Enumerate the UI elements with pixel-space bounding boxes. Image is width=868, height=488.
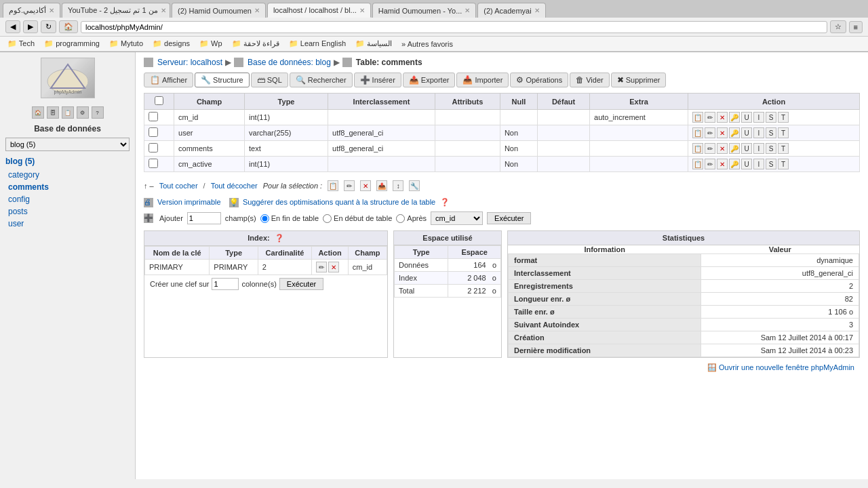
bookmark-siyasa[interactable]: 📁 السياسة: [353, 39, 394, 49]
selection-delete-icon[interactable]: ✕: [360, 180, 371, 191]
toolbar-rechercher[interactable]: 🔍 Rechercher: [290, 73, 353, 87]
fulltext-icon[interactable]: T: [778, 127, 789, 138]
toolbar-afficher[interactable]: 📋 Afficher: [144, 73, 193, 87]
sidebar-item-user[interactable]: user: [5, 218, 130, 230]
primary-icon[interactable]: 🔑: [729, 143, 740, 154]
index-icon[interactable]: I: [753, 143, 764, 154]
bookmark-programming[interactable]: 📁 programming: [42, 39, 102, 49]
toolbar-operations[interactable]: ⚙ Opérations: [510, 73, 568, 87]
browse-icon[interactable]: 📋: [692, 127, 703, 138]
home-button[interactable]: 🏠: [59, 20, 78, 33]
row-checkbox-cm_id[interactable]: [149, 112, 158, 121]
unique-icon[interactable]: U: [741, 112, 752, 123]
primary-icon[interactable]: 🔑: [729, 159, 740, 169]
bookmark-mytuto[interactable]: 📁 Mytuto: [107, 39, 145, 49]
edit-icon[interactable]: ✏: [705, 127, 715, 138]
tab-hamid1[interactable]: (2) Hamid Oumoumen ✕: [172, 3, 266, 18]
suggest-link[interactable]: Suggérer des optimisations quant à la st…: [243, 198, 435, 206]
edit-icon[interactable]: ✏: [705, 143, 715, 154]
row-checkbox-user[interactable]: [149, 127, 158, 137]
add-field-exec-button[interactable]: Exécuter: [487, 212, 531, 224]
tab-hamid2[interactable]: Hamid Oumoumen - Yo... ✕: [372, 3, 477, 18]
toolbar-structure[interactable]: 🔧 Structure: [195, 73, 250, 87]
selection-other-icon[interactable]: 🔧: [409, 180, 420, 191]
tab-academy2[interactable]: (2) Academyai ✕: [477, 3, 545, 18]
row-checkbox-cm_active[interactable]: [149, 159, 158, 168]
key-columns-input[interactable]: [212, 278, 239, 290]
selection-move-icon[interactable]: ↕: [393, 180, 403, 191]
bookmark-tech[interactable]: 📁 Tech: [5, 39, 37, 49]
reload-button[interactable]: ↻: [41, 20, 56, 33]
bookmark-autres[interactable]: » Autres favoris: [399, 39, 455, 49]
close-icon[interactable]: ✕: [161, 7, 166, 14]
delete-icon[interactable]: ✕: [717, 143, 728, 154]
spatial-icon[interactable]: S: [766, 112, 776, 123]
index-icon[interactable]: I: [753, 112, 764, 123]
edit-icon[interactable]: ✏: [705, 112, 715, 123]
table-sidebar-icon[interactable]: 📋: [62, 106, 74, 119]
fulltext-icon[interactable]: T: [778, 159, 789, 169]
sidebar-db-label[interactable]: blog (5): [5, 157, 130, 166]
bookmark-designs[interactable]: 📁 designs: [151, 39, 192, 49]
close-icon[interactable]: ✕: [49, 7, 54, 14]
selection-export-icon[interactable]: 📤: [376, 180, 387, 191]
toolbar-inserer[interactable]: ➕ Insérer: [354, 73, 401, 87]
toolbar-supprimer[interactable]: ✖ Supprimer: [611, 73, 667, 87]
index-icon[interactable]: I: [753, 159, 764, 169]
delete-icon[interactable]: ✕: [717, 127, 728, 138]
tab-academyai[interactable]: أكاديمي.كوم ✕: [3, 3, 60, 18]
add-quantity-input[interactable]: [187, 212, 221, 224]
row-checkbox-comments[interactable]: [149, 143, 158, 152]
bookmark-quran[interactable]: 📁 قراءة لاحقة: [230, 39, 281, 49]
sidebar-item-category[interactable]: category: [5, 169, 130, 181]
edit-icon[interactable]: ✏: [705, 159, 715, 169]
browse-icon[interactable]: 📋: [692, 143, 703, 154]
spatial-icon[interactable]: S: [766, 143, 776, 154]
new-window-link[interactable]: Ouvrir une nouvelle fenêtre phpMyAdmin: [719, 363, 854, 371]
browse-icon[interactable]: 📋: [692, 112, 703, 123]
sidebar-item-config[interactable]: config: [5, 193, 130, 205]
tab-phpmyadmin[interactable]: localhost / localhost / bl... ✕: [267, 3, 371, 18]
delete-icon[interactable]: ✕: [717, 112, 728, 123]
index-icon[interactable]: I: [753, 127, 764, 138]
spatial-icon[interactable]: S: [766, 159, 776, 169]
primary-icon[interactable]: 🔑: [729, 112, 740, 123]
unique-icon[interactable]: U: [741, 127, 752, 138]
db-select[interactable]: blog (5): [5, 138, 130, 151]
menu-button[interactable]: ≡: [849, 21, 863, 33]
begin-table-radio[interactable]: [323, 214, 332, 223]
browse-icon[interactable]: 📋: [692, 159, 703, 169]
delete-index-icon[interactable]: ✕: [328, 262, 339, 272]
select-all-checkbox[interactable]: [155, 96, 163, 105]
close-icon[interactable]: ✕: [359, 7, 365, 14]
edit-index-icon[interactable]: ✏: [316, 262, 327, 272]
spatial-icon[interactable]: S: [766, 127, 776, 138]
toolbar-importer[interactable]: 📥 Importer: [456, 73, 509, 87]
printable-link[interactable]: Version imprimable: [157, 198, 221, 206]
fulltext-icon[interactable]: T: [778, 143, 789, 154]
help-icon[interactable]: ❓: [440, 198, 450, 206]
url-input[interactable]: [81, 21, 827, 33]
selection-edit-icon[interactable]: ✏: [344, 180, 355, 191]
fulltext-icon[interactable]: T: [778, 112, 789, 123]
bookmark-wp[interactable]: 📁 Wp: [197, 39, 224, 49]
close-icon[interactable]: ✕: [254, 7, 260, 14]
check-all-link[interactable]: Tout cocher: [159, 182, 198, 190]
primary-icon[interactable]: 🔑: [729, 127, 740, 138]
docs-sidebar-icon[interactable]: ?: [92, 106, 104, 119]
toolbar-sql[interactable]: 🗃 SQL: [251, 73, 288, 87]
tab-youtube[interactable]: YouTube - 2 من 1 تم تسجيل ✕: [62, 3, 170, 18]
toolbar-vider[interactable]: 🗑 Vider: [570, 73, 609, 87]
bookmark-star[interactable]: ☆: [830, 20, 846, 33]
toolbar-exporter[interactable]: 📤 Exporter: [403, 73, 456, 87]
back-button[interactable]: ◀: [5, 20, 20, 33]
sidebar-item-posts[interactable]: posts: [5, 205, 130, 218]
bookmark-english[interactable]: 📁 Learn English: [287, 39, 348, 49]
unique-icon[interactable]: U: [741, 143, 752, 154]
db-sidebar-icon[interactable]: 🗄: [47, 106, 59, 119]
close-icon[interactable]: ✕: [534, 7, 540, 14]
forward-button[interactable]: ▶: [23, 20, 38, 33]
uncheck-all-link[interactable]: Tout décocher: [211, 182, 258, 190]
end-table-radio[interactable]: [260, 214, 269, 223]
unique-icon[interactable]: U: [741, 159, 752, 169]
